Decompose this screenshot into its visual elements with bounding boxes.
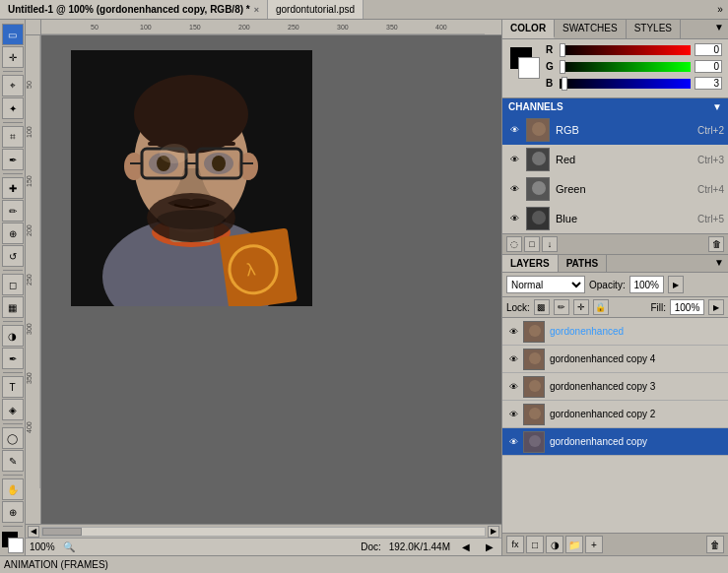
channels-collapse[interactable]: ▼ [712,101,722,112]
status-arrow-left[interactable]: ◀ [458,541,474,552]
channels-dotted-circle-btn[interactable]: ◌ [506,236,522,252]
svg-point-36 [212,156,226,171]
tool-eyedropper[interactable]: ✒ [2,149,24,170]
b-slider-thumb[interactable] [562,77,567,91]
scroll-left-btn[interactable]: ◀ [28,526,39,538]
channel-thumb-rgb [526,118,550,142]
layer-delete-btn[interactable]: 🗑 [706,536,724,553]
tab-swatches[interactable]: SWATCHES [555,20,627,38]
tool-healing[interactable]: ✚ [2,177,24,199]
tab-paths[interactable]: PATHS [559,255,607,272]
layer-eye-copy-selected[interactable]: 👁 [506,435,520,449]
zoom-icon[interactable]: 🔍 [63,541,75,552]
color-panel-menu[interactable]: ▼ [710,20,728,38]
layer-eye-copy4[interactable]: 👁 [506,352,520,366]
g-value[interactable] [695,60,722,73]
scrollbar-track-h[interactable] [41,527,486,537]
tab-gordontutorial[interactable]: gordontutorial.psd [268,0,364,19]
channels-save-btn[interactable]: □ [524,236,540,252]
layer-fx-btn[interactable]: fx [506,536,524,553]
b-value[interactable] [695,77,722,90]
b-slider[interactable] [560,79,691,89]
layer-group-btn[interactable]: 📁 [565,536,583,553]
svg-text:400: 400 [26,421,33,433]
layer-eye-copy2[interactable]: 👁 [506,408,520,421]
layer-eye-copy3[interactable]: 👁 [506,380,520,394]
layer-row-copy3[interactable]: 👁 gordonenhanced copy 3 [502,373,728,401]
layers-panel-menu[interactable]: ▼ [710,255,728,272]
lock-all-btn[interactable]: 🔒 [593,299,609,315]
tool-clone[interactable]: ⊕ [2,223,24,244]
tab-layers[interactable]: LAYERS [502,255,559,272]
tool-crop[interactable]: ⌗ [2,126,24,148]
channels-new-btn[interactable]: ↓ [542,236,558,252]
tool-move[interactable]: ✛ [2,46,24,68]
tool-magic-wand[interactable]: ✦ [2,97,24,119]
layer-eye-gordonenhanced[interactable]: 👁 [506,325,520,339]
tool-eraser[interactable]: ◻ [2,274,24,295]
tool-brush[interactable]: ✏ [2,200,24,222]
svg-text:400: 400 [435,24,447,31]
layer-row-copy-selected[interactable]: 👁 gordonenhanced copy [502,428,728,456]
tab-color[interactable]: COLOR [502,20,555,38]
scrollbar-thumb-h[interactable] [42,528,82,536]
tool-shape[interactable]: ◯ [2,427,24,449]
canvas-scrollbar-h[interactable]: ◀ ▶ [26,524,501,538]
channel-eye-red[interactable]: 👁 [506,152,522,167]
tool-pen[interactable]: ✒ [2,348,24,369]
tool-lasso[interactable]: ⌖ [2,75,24,96]
opacity-input[interactable] [629,276,664,293]
layer-new-btn[interactable]: + [585,536,603,553]
channels-delete-btn[interactable]: 🗑 [708,236,724,252]
svg-text:100: 100 [26,126,33,138]
channel-eye-green[interactable]: 👁 [506,181,522,197]
layer-row-copy2[interactable]: 👁 gordonenhanced copy 2 [502,401,728,428]
g-slider[interactable] [560,62,691,72]
layer-row-copy4[interactable]: 👁 gordonenhanced copy 4 [502,346,728,373]
tool-history[interactable]: ↺ [2,245,24,267]
channel-row-blue[interactable]: 👁 Blue Ctrl+5 [502,204,728,233]
scroll-right-btn[interactable]: ▶ [488,526,499,538]
fill-arrow[interactable]: ▶ [708,299,724,315]
tool-gradient[interactable]: ▦ [2,296,24,318]
tab-styles[interactable]: STYLES [627,20,681,38]
tool-type[interactable]: T [2,376,24,398]
color-panel: COLOR SWATCHES STYLES ▼ R [502,20,728,98]
layer-mask-btn[interactable]: □ [526,536,544,553]
tool-hand[interactable]: ✋ [2,478,24,500]
fg-bg-swatches[interactable] [2,532,24,553]
channel-row-rgb[interactable]: 👁 RGB Ctrl+2 [502,115,728,145]
tab-untitled[interactable]: Untitled-1 @ 100% (gordonenhanced copy, … [0,0,268,19]
r-value[interactable] [695,43,722,56]
layer-adjustment-btn[interactable]: ◑ [546,536,563,553]
tool-path-select[interactable]: ◈ [2,399,24,420]
tool-zoom[interactable]: ⊕ [2,501,24,523]
r-slider[interactable] [560,45,691,55]
tab-close-untitled[interactable]: × [254,5,259,15]
blend-mode-select[interactable]: Normal [506,276,585,293]
channel-row-green[interactable]: 👁 Green Ctrl+4 [502,174,728,204]
tab-bar: Untitled-1 @ 100% (gordonenhanced copy, … [0,0,728,20]
channel-row-red[interactable]: 👁 Red Ctrl+3 [502,145,728,174]
channel-eye-blue[interactable]: 👁 [506,211,522,226]
tool-marquee[interactable]: ▭ [2,24,24,45]
fg-bg-color-swatches [508,47,540,79]
g-slider-thumb[interactable] [560,60,565,74]
canvas-scroll-area[interactable]: λ [41,35,501,524]
status-arrow-right[interactable]: ▶ [482,541,497,552]
channel-eye-rgb[interactable]: 👁 [506,122,522,138]
opacity-arrow[interactable]: ▶ [668,276,684,293]
lock-image-btn[interactable]: ✏ [554,299,569,315]
lock-transparent-btn[interactable]: ▩ [534,299,550,315]
lock-row: Lock: ▩ ✏ ✛ 🔒 Fill: ▶ [502,297,728,318]
tool-dodge[interactable]: ◑ [2,325,24,347]
tab-expand-btn[interactable]: » [712,0,728,20]
tool-notes[interactable]: ✎ [2,450,24,472]
background-color[interactable] [8,538,24,553]
lock-position-btn[interactable]: ✛ [573,299,589,315]
fill-input[interactable] [670,299,704,315]
r-slider-thumb[interactable] [560,43,565,57]
svg-text:300: 300 [26,323,33,335]
bg-color-box[interactable] [518,57,540,79]
layer-row-gordonenhanced[interactable]: 👁 gordonenhanced [502,318,728,346]
